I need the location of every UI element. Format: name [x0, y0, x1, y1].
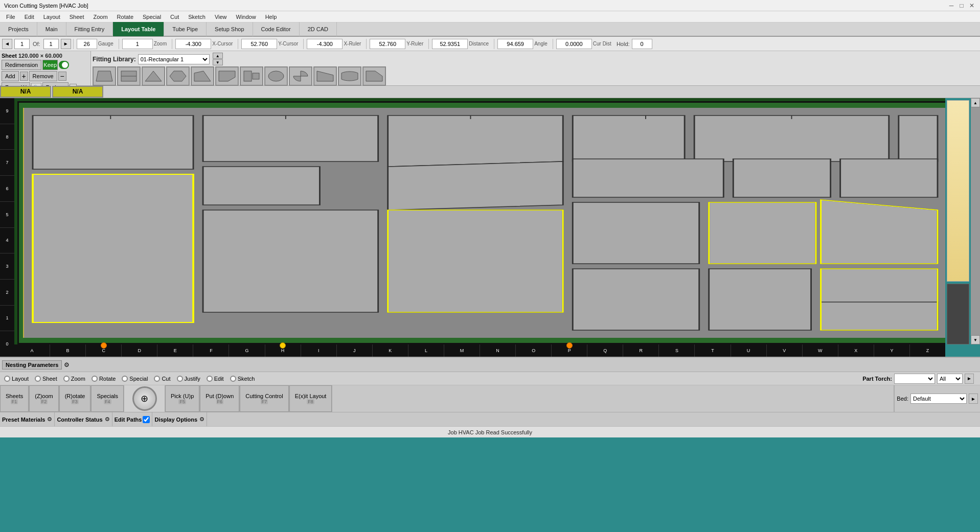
fn-rotate-button[interactable]: (R)otate F3 — [59, 385, 91, 412]
controller-status-gear-icon[interactable]: ⚙ — [105, 416, 110, 423]
gauge-input[interactable] — [77, 39, 97, 49]
fn-specials-button[interactable]: Specials F4 — [91, 385, 124, 412]
bed-next-button[interactable]: ► — [969, 394, 978, 404]
remove-minus-button[interactable]: − — [58, 72, 66, 81]
tab-layout-table[interactable]: Layout Table — [113, 22, 164, 36]
tab-code-editor[interactable]: Code Editor — [253, 22, 300, 36]
drawing-canvas[interactable]: ▲ ▼ — [14, 98, 980, 344]
radio-cut[interactable]: Cut — [154, 376, 170, 382]
cur-dist-input[interactable] — [556, 39, 592, 49]
angle-input[interactable] — [497, 39, 533, 49]
menu-item-zoom[interactable]: Zoom — [89, 13, 111, 21]
nesting-gear-icon[interactable]: ⚙ — [64, 361, 70, 368]
radio-rotate-label: Rotate — [99, 376, 116, 382]
radio-zoom[interactable]: Zoom — [63, 376, 85, 382]
x-ruler-input[interactable] — [307, 39, 343, 49]
maximize-button[interactable]: □ — [958, 2, 966, 10]
nav-joystick[interactable]: ⊕ — [124, 385, 165, 412]
fitting-shape-8[interactable] — [264, 66, 288, 86]
zoom-input[interactable] — [122, 39, 153, 49]
add-plus-button[interactable]: + — [20, 72, 28, 81]
v-scrollbar[interactable]: ▲ ▼ — [971, 98, 980, 344]
radio-sheet[interactable]: Sheet — [35, 376, 57, 382]
radio-sketch[interactable]: Sketch — [230, 376, 255, 382]
tab-setup-shop[interactable]: Setup Shop — [207, 22, 253, 36]
ruler-mark-7: 7 — [0, 150, 14, 176]
keep-switch[interactable] — [59, 61, 69, 69]
menu-item-sheet[interactable]: Sheet — [65, 13, 88, 21]
fitting-library-title: Fitting Library: — [93, 56, 136, 63]
fn-sheets-key: F1 — [11, 399, 18, 404]
tab-projects[interactable]: Projects — [0, 22, 37, 36]
fn-sheets-button[interactable]: Sheets F1 — [0, 385, 29, 412]
fitting-shape-5[interactable] — [191, 66, 214, 86]
fitting-shape-2[interactable] — [117, 66, 141, 86]
x-cursor-input[interactable] — [175, 39, 211, 49]
minimize-button[interactable]: ─ — [947, 2, 955, 10]
fitting-shape-6[interactable] — [215, 66, 239, 86]
y-ruler-input[interactable] — [370, 39, 405, 49]
fitting-shape-1[interactable] — [93, 66, 116, 86]
menu-item-view[interactable]: View — [211, 13, 231, 21]
radio-special[interactable]: Special — [122, 376, 148, 382]
fitting-shape-3[interactable] — [142, 66, 165, 86]
hold-input[interactable] — [632, 39, 652, 49]
tab-2d-cad[interactable]: 2D CAD — [300, 22, 337, 36]
edit-paths-checkbox[interactable] — [143, 416, 150, 423]
part-torch-all-select[interactable]: All — [937, 374, 963, 384]
part-torch-next-button[interactable]: ► — [965, 374, 974, 384]
menu-item-file[interactable]: File — [2, 13, 19, 21]
bed-label: Bed: — [897, 396, 908, 402]
menu-item-sketch[interactable]: Sketch — [184, 13, 210, 21]
radio-layout[interactable]: Layout — [4, 376, 29, 382]
close-button[interactable]: ✕ — [968, 2, 976, 10]
fitting-shape-11[interactable] — [338, 66, 361, 86]
radio-rotate[interactable]: Rotate — [92, 376, 116, 382]
fn-put-button[interactable]: Put (D)own F6 — [200, 385, 239, 412]
tab-tube-pipe[interactable]: Tube Pipe — [164, 22, 207, 36]
add-button[interactable]: Add — [2, 71, 19, 81]
remove-button[interactable]: Remove — [29, 71, 57, 81]
part-torch-select[interactable] — [894, 374, 935, 384]
preset-materials-gear-icon[interactable]: ⚙ — [47, 416, 52, 423]
distance-input[interactable] — [432, 39, 468, 49]
x-ruler-K: K — [373, 344, 408, 357]
fitting-shape-7[interactable] — [240, 66, 263, 86]
tab-main[interactable]: Main — [37, 22, 66, 36]
redimension-button[interactable]: Redimension — [2, 60, 41, 70]
fitting-area: Fitting Library: 01-Rectangular 1 ▲ ▼ — [91, 51, 980, 85]
fitting-library-select[interactable]: 01-Rectangular 1 — [138, 54, 210, 64]
menu-item-special[interactable]: Special — [139, 13, 165, 21]
bed-select[interactable]: Default — [910, 394, 967, 404]
fitting-shape-12[interactable] — [362, 66, 386, 86]
menu-item-layout[interactable]: Layout — [39, 13, 64, 21]
nav-prev-button[interactable]: ◄ — [2, 39, 12, 49]
fn-cutting-button[interactable]: Cutting Control F7 — [240, 385, 288, 412]
radio-justify[interactable]: Justify — [177, 376, 200, 382]
keep-toggle[interactable]: Keep — [42, 60, 58, 70]
menu-item-help[interactable]: Help — [261, 13, 281, 21]
display-options-label: Display Options — [154, 417, 197, 423]
menu-item-edit[interactable]: Edit — [20, 13, 38, 21]
joystick-circle[interactable]: ⊕ — [132, 386, 157, 411]
menu-item-rotate[interactable]: Rotate — [113, 13, 138, 21]
menu-item-cut[interactable]: Cut — [166, 13, 183, 21]
tab-fitting-entry[interactable]: Fitting Entry — [66, 22, 113, 36]
nav-next-button[interactable]: ► — [61, 39, 71, 49]
fitting-up-button[interactable]: ▲ — [213, 53, 223, 59]
page-total-input[interactable] — [43, 39, 59, 49]
page-current-input[interactable] — [14, 39, 30, 49]
fitting-down-button[interactable]: ▼ — [213, 59, 223, 65]
fn-exit-button[interactable]: E(x)it Layout F8 — [289, 385, 332, 412]
y-cursor-input[interactable] — [241, 39, 277, 49]
radio-edit[interactable]: Edit — [207, 376, 224, 382]
fn-pick-button[interactable]: Pick (U)p F5 — [165, 385, 199, 412]
fitting-shape-10[interactable] — [313, 66, 337, 86]
fitting-shape-4[interactable] — [166, 66, 190, 86]
fitting-shape-9[interactable] — [289, 66, 312, 86]
scroll-up-button[interactable]: ▲ — [971, 98, 980, 107]
fn-zoom-button[interactable]: (Z)oom F2 — [29, 385, 58, 412]
display-options-gear-icon[interactable]: ⚙ — [199, 416, 204, 423]
scroll-down-button[interactable]: ▼ — [971, 335, 980, 344]
menu-item-window[interactable]: Window — [232, 13, 260, 21]
